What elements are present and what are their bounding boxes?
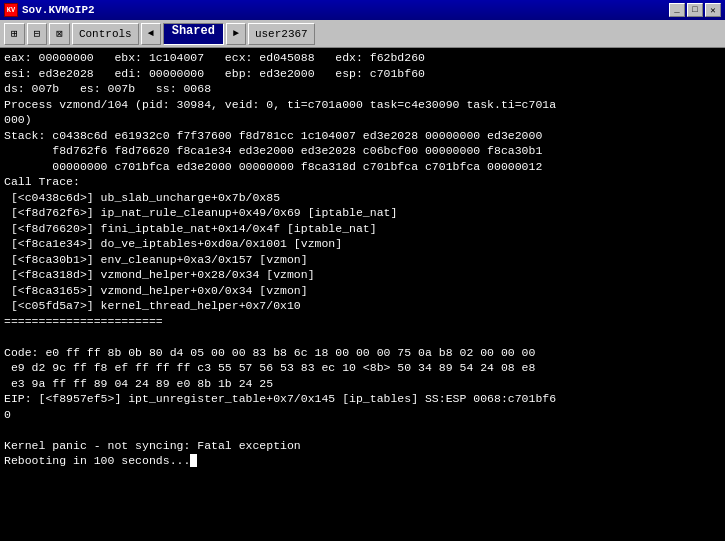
shared-tab[interactable]: Shared: [163, 23, 224, 45]
title-bar-left: KV Sov.KVMoIP2: [4, 3, 95, 17]
icon3: ⊠: [56, 27, 63, 40]
app-icon: KV: [4, 3, 18, 17]
title-bar: KV Sov.KVMoIP2 _ □ ✕: [0, 0, 725, 20]
controls-button[interactable]: Controls: [72, 23, 139, 45]
maximize-button[interactable]: □: [687, 3, 703, 17]
arrow-left-button[interactable]: ◄: [141, 23, 161, 45]
window-title: Sov.KVMoIP2: [22, 4, 95, 16]
close-button[interactable]: ✕: [705, 3, 721, 17]
user-button[interactable]: user2367: [248, 23, 315, 45]
app-icon-text: KV: [7, 6, 15, 14]
terminal-output: eax: 00000000 ebx: 1c104007 ecx: ed04508…: [0, 48, 725, 541]
minimize-button[interactable]: _: [669, 3, 685, 17]
toolbar: ⊞ ⊟ ⊠ Controls ◄ Shared ► user2367: [0, 20, 725, 48]
arrow-right-button[interactable]: ►: [226, 23, 246, 45]
title-buttons: _ □ ✕: [669, 3, 721, 17]
icon1: ⊞: [11, 27, 18, 40]
cursor: [190, 454, 197, 467]
toolbar-icon3-button[interactable]: ⊠: [49, 23, 70, 45]
icon2: ⊟: [34, 27, 41, 40]
toolbar-icon2-button[interactable]: ⊟: [27, 23, 48, 45]
toolbar-icon1-button[interactable]: ⊞: [4, 23, 25, 45]
